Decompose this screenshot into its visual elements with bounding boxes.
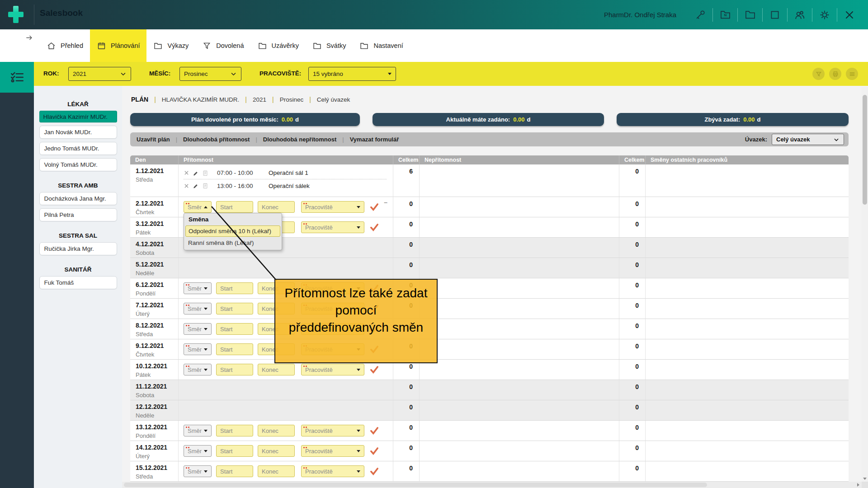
- tab-vykazy[interactable]: Výkazy: [146, 29, 195, 62]
- breadcrumb-month: Prosinec: [280, 96, 304, 103]
- shift-select[interactable]: Směna: [184, 445, 212, 457]
- start-input[interactable]: [216, 425, 253, 436]
- sidebar-item-volny[interactable]: Volný Tomáš MUDr.: [39, 158, 117, 171]
- shift-placeholder: Směna: [188, 204, 202, 211]
- scroll-right-arrow-icon[interactable]: [857, 483, 859, 487]
- folder-new-icon[interactable]: N: [713, 0, 737, 29]
- shift-select-open[interactable]: Směna: [184, 201, 212, 213]
- sidebar-item-jedno[interactable]: Jedno Tomáš MUDr.: [39, 142, 117, 155]
- confirm-check-button[interactable]: [370, 447, 379, 455]
- vertical-scroll-thumb[interactable]: [863, 95, 867, 205]
- tab-nastaveni[interactable]: Nastavení: [353, 29, 410, 62]
- col-nepritomnost: Nepřítomnost: [420, 155, 619, 164]
- close-icon[interactable]: [837, 0, 862, 29]
- sidebar-item-fuk[interactable]: Fuk Tomáš: [39, 276, 117, 289]
- end-input[interactable]: [258, 465, 295, 477]
- sidebar-item-novak[interactable]: Jan Novák MUDr.: [39, 126, 117, 139]
- shift-select[interactable]: Směna: [184, 303, 212, 314]
- workplace-select[interactable]: Pracoviště: [301, 425, 364, 436]
- sidebar-item-rucicka[interactable]: Ručička Jirka Mgr.: [39, 242, 117, 255]
- checklist-menu-button[interactable]: [0, 62, 34, 93]
- confirm-check-button[interactable]: [370, 467, 379, 475]
- workplace-select[interactable]: Pracoviště: [301, 221, 364, 233]
- edit-pencil-icon[interactable]: [193, 170, 199, 176]
- clear-form-action[interactable]: Vymazat formulář: [350, 136, 399, 143]
- start-input[interactable]: [216, 364, 253, 375]
- close-plan-action[interactable]: Uzavřít plán: [137, 136, 170, 143]
- start-input[interactable]: [216, 343, 253, 355]
- other-shifts-cell: [646, 238, 849, 258]
- workplace-select[interactable]: Pracoviště: [301, 364, 364, 375]
- start-input[interactable]: [216, 323, 253, 335]
- edit-pencil-icon[interactable]: [193, 183, 199, 189]
- shift-select[interactable]: Směna: [184, 323, 212, 335]
- workplace-filter-select[interactable]: 15 vybráno: [308, 67, 396, 81]
- row-date: 3.12.2021: [136, 220, 178, 228]
- horizontal-scroll-thumb[interactable]: [124, 483, 707, 487]
- end-input[interactable]: [258, 445, 295, 457]
- shift-select[interactable]: Směna: [184, 364, 212, 375]
- start-input[interactable]: [216, 303, 253, 314]
- shift-select[interactable]: Směna: [184, 425, 212, 436]
- breadcrumb-plan: PLÁN: [131, 96, 148, 103]
- sidebar-item-pilna[interactable]: Pilná Petra: [39, 208, 117, 221]
- confirm-check-button[interactable]: [370, 427, 379, 435]
- month-select[interactable]: Prosinec: [179, 67, 241, 81]
- pill-label: Zbývá zadat:: [704, 116, 740, 123]
- absence-cell: [420, 238, 619, 258]
- top-header-bar: Salesbook PharmDr. Ondřej Straka N: [0, 0, 868, 29]
- filter-funnel-button[interactable]: [812, 68, 825, 80]
- absence-cell: [420, 461, 619, 481]
- menu-button[interactable]: [846, 68, 858, 80]
- sidebar-item-hlavicka[interactable]: Hlavička Kazimír MUDr.: [39, 111, 117, 122]
- shift-select[interactable]: Směna: [184, 282, 212, 294]
- staff-name: Pilná Petra: [44, 211, 74, 218]
- delete-entry-icon[interactable]: [184, 183, 189, 189]
- tab-dovolena[interactable]: Dovolená: [195, 29, 250, 62]
- users-icon[interactable]: [788, 0, 812, 29]
- dropdown-option-morning[interactable]: Ranní směna 8h (Lékař): [184, 237, 282, 249]
- total-absence: 0: [619, 339, 646, 359]
- tab-label: Uzávěrky: [272, 42, 299, 49]
- end-input[interactable]: [258, 364, 295, 375]
- dropdown-option-afternoon[interactable]: Odpolední směna 10 h (Lékař): [185, 225, 280, 237]
- workplace-select[interactable]: Pracoviště: [301, 445, 364, 457]
- key-icon[interactable]: [688, 0, 712, 29]
- workplace-select[interactable]: Pracoviště: [301, 201, 364, 213]
- collapse-dash-button[interactable]: –: [384, 199, 387, 206]
- delete-entry-icon[interactable]: [184, 170, 189, 176]
- start-input[interactable]: [216, 445, 253, 457]
- sidebar-item-dochazkova[interactable]: Docházková Jana Mgr.: [39, 192, 117, 205]
- tab-uzaverky[interactable]: Uzávěrky: [251, 29, 306, 62]
- folder-icon[interactable]: [738, 0, 762, 29]
- breadcrumb-year: 2021: [253, 96, 266, 103]
- forward-arrow-icon[interactable]: [25, 34, 33, 42]
- start-input[interactable]: [216, 465, 253, 477]
- scroll-down-arrow-icon[interactable]: [863, 478, 867, 480]
- window-icon[interactable]: [763, 0, 787, 29]
- end-input[interactable]: [258, 425, 295, 436]
- settings-gear-icon[interactable]: [812, 0, 837, 29]
- start-input[interactable]: [216, 282, 253, 294]
- vertical-scrollbar[interactable]: [862, 87, 868, 482]
- tab-prehled[interactable]: Přehled: [40, 29, 90, 62]
- shift-select[interactable]: Směna: [184, 465, 212, 477]
- contract-select[interactable]: Celý úvazek: [772, 134, 844, 145]
- tab-svatky[interactable]: Svátky: [306, 29, 353, 62]
- longterm-absence-action[interactable]: Dlouhodobá nepřítomnost: [263, 136, 336, 143]
- longterm-presence-action[interactable]: Dlouhodobá přítomnost: [183, 136, 250, 143]
- staff-name: Docházková Jana Mgr.: [44, 195, 106, 202]
- copy-document-icon[interactable]: [202, 170, 208, 176]
- shift-select[interactable]: Směna: [184, 343, 212, 355]
- confirm-check-button[interactable]: [370, 366, 379, 374]
- confirm-check-button[interactable]: [370, 203, 379, 211]
- year-select[interactable]: 2021: [68, 67, 131, 81]
- print-button[interactable]: [829, 68, 841, 80]
- confirm-check-button[interactable]: [370, 223, 379, 231]
- start-input[interactable]: [216, 201, 253, 213]
- workplace-select[interactable]: Pracoviště: [301, 465, 364, 477]
- end-input[interactable]: [258, 201, 295, 213]
- copy-document-icon[interactable]: [202, 183, 208, 189]
- tab-planovani[interactable]: Plánování: [90, 29, 147, 62]
- horizontal-scrollbar[interactable]: [122, 482, 862, 488]
